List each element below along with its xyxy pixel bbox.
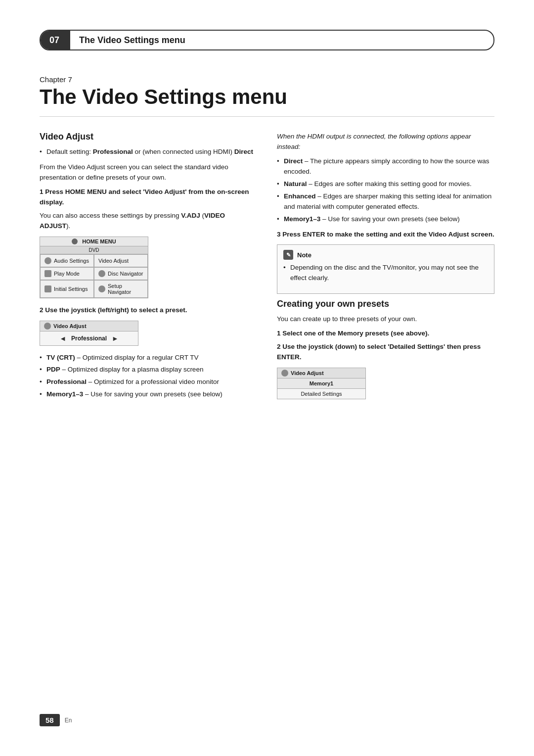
home-menu-mockup: HOME MENU DVD Audio Settings Video Adjus…	[40, 236, 148, 298]
natural-desc: – Edges are softer making this setting g…	[307, 180, 472, 188]
default-setting-list: Default setting: Professional or (when c…	[40, 147, 257, 157]
step1-note-text: You can also access these settings by pr…	[40, 212, 181, 219]
mem-row1: Memory1	[277, 378, 365, 389]
play-mode-label: Play Mode	[54, 271, 80, 277]
menu-logo-icon	[72, 238, 78, 244]
chapter-section: Chapter 7 The Video Settings menu	[40, 75, 494, 117]
chapter-label: Chapter 7	[40, 75, 494, 84]
menu-title-text: HOME MENU	[82, 238, 116, 244]
memory-desc: – Use for saving your own presets (see b…	[83, 390, 222, 398]
section-heading-video-adjust: Video Adjust	[40, 132, 257, 142]
page-footer: 58 En	[40, 714, 72, 726]
menu-cell-setup: Setup Navigator	[94, 280, 148, 298]
step2: 2 Use the joystick (left/right) to selec…	[40, 305, 257, 316]
note-bullet-list: Depending on the disc and the TV/monitor…	[283, 263, 488, 284]
va-body: ◄ Professional ►	[40, 331, 138, 345]
memory-mockup: Video Adjust Memory1 Detailed Settings	[277, 368, 366, 399]
menu-subtitle: DVD	[40, 246, 148, 254]
note-bullet-item: Depending on the disc and the TV/monitor…	[283, 263, 488, 284]
mem-title-text: Video Adjust	[291, 370, 324, 376]
va-left-arrow: ◄	[59, 334, 66, 342]
tv-crt-item: TV (CRT) – Optimized display for a regul…	[40, 353, 257, 363]
pdp-desc: – Optimized display for a plasma display…	[60, 366, 204, 373]
video-adjust-mockup: Video Adjust ◄ Professional ►	[40, 321, 138, 346]
creating-presets-description: You can create up to three presets of yo…	[277, 314, 494, 325]
direct-desc: – The picture appears simply according t…	[284, 157, 489, 175]
pdp-item: PDP – Optimized display for a plasma dis…	[40, 365, 257, 375]
video-adjust-description: From the Video Adjust screen you can sel…	[40, 162, 257, 183]
menu-cell-disc: Disc Navigator	[94, 267, 148, 280]
hdmi-note-italic: When the HDMI output is connected, the f…	[277, 132, 494, 152]
memory13-item: Memory1–3 – Use for saving your own pres…	[277, 214, 494, 225]
step1-paren-open: (	[200, 212, 204, 219]
note-icon: ✎	[283, 250, 293, 260]
step3-text: 3 Press ENTER to make the setting and ex…	[277, 231, 494, 238]
va-value-text: Professional	[71, 335, 107, 342]
menu-title-bar: HOME MENU	[40, 237, 148, 246]
header-bar: 07 The Video Settings menu	[40, 30, 494, 50]
menu-cell-video: Video Adjust	[94, 254, 148, 267]
menu-cell-initial: Initial Settings	[40, 280, 94, 298]
setting-direct: Direct	[234, 148, 253, 155]
tv-crt-label: TV (CRT)	[46, 354, 75, 361]
step1: 1 Press HOME MENU and select 'Video Adju…	[40, 187, 257, 208]
chapter-title: The Video Settings menu	[40, 86, 494, 117]
enhanced-item: Enhanced – Edges are sharper making this…	[277, 191, 494, 212]
initial-settings-label: Initial Settings	[54, 286, 88, 292]
audio-settings-icon	[44, 257, 51, 264]
page-language: En	[65, 717, 72, 724]
menu-cell-audio: Audio Settings	[40, 254, 94, 267]
professional-desc: – Optimized for a professional video mon…	[87, 378, 219, 385]
mem-title-bar: Video Adjust	[277, 368, 365, 378]
direct-label: Direct	[284, 157, 303, 165]
setup-navigator-label: Setup Navigator	[108, 283, 143, 295]
disc-navigator-label: Disc Navigator	[108, 271, 143, 277]
step2-text: 2 Use the joystick (left/right) to selec…	[40, 306, 187, 314]
step5: 2 Use the joystick (down) to select 'Det…	[277, 342, 494, 363]
natural-item: Natural – Edges are softer making this s…	[277, 179, 494, 189]
va-icon	[44, 323, 51, 330]
hdmi-options-list: Direct – The picture appears simply acco…	[277, 156, 494, 225]
setup-navigator-icon	[98, 285, 105, 292]
left-column: Video Adjust Default setting: Profession…	[40, 132, 257, 406]
step1-text: 1 Press HOME MENU and select 'Video Adju…	[40, 188, 249, 206]
note-label: Note	[297, 251, 312, 259]
pdp-label: PDP	[46, 366, 60, 373]
initial-settings-icon	[44, 285, 51, 292]
note-box: ✎ Note Depending on the disc and the TV/…	[277, 244, 494, 294]
step4: 1 Select one of the Memory presets (see …	[277, 329, 494, 339]
memory-item: Memory1–3 – Use for saving your own pres…	[40, 389, 257, 400]
enhanced-label: Enhanced	[284, 192, 316, 200]
audio-settings-label: Audio Settings	[54, 258, 89, 264]
default-setting-item: Default setting: Professional or (when c…	[40, 147, 257, 157]
memory-label: Memory1–3	[46, 390, 83, 398]
natural-label: Natural	[284, 180, 307, 188]
step1-paren-close: ).	[66, 222, 70, 230]
step5-text: 2 Use the joystick (down) to select 'Det…	[277, 343, 481, 361]
memory13-label: Memory1–3	[284, 215, 320, 223]
setting-professional: Professional	[93, 148, 133, 155]
menu-cell-play: Play Mode	[40, 267, 94, 280]
step1-note: You can also access these settings by pr…	[40, 211, 257, 232]
va-title-bar: Video Adjust	[40, 321, 138, 331]
note-header: ✎ Note	[283, 250, 488, 260]
section-heading-creating-presets: Creating your own presets	[277, 299, 494, 309]
page-number: 58	[40, 714, 60, 726]
disc-navigator-icon	[98, 270, 105, 277]
step3: 3 Press ENTER to make the setting and ex…	[277, 230, 494, 240]
preset-options-list: TV (CRT) – Optimized display for a regul…	[40, 353, 257, 400]
menu-grid: Audio Settings Video Adjust Play Mode Di…	[40, 254, 148, 298]
va-right-arrow: ►	[112, 334, 119, 342]
direct-item: Direct – The picture appears simply acco…	[277, 156, 494, 177]
professional-item: Professional – Optimized for a professio…	[40, 377, 257, 387]
tv-crt-desc: – Optimized display for a regular CRT TV	[75, 354, 199, 361]
step4-text: 1 Select one of the Memory presets (see …	[277, 330, 429, 337]
video-adjust-menu-label: Video Adjust	[98, 258, 129, 264]
right-column: When the HDMI output is connected, the f…	[277, 132, 494, 406]
mem-row2: Detailed Settings	[277, 389, 365, 399]
two-column-layout: Video Adjust Default setting: Profession…	[40, 132, 494, 406]
chapter-number-badge: 07	[41, 31, 70, 49]
header-title: The Video Settings menu	[70, 35, 185, 46]
mem-icon	[281, 370, 288, 377]
play-mode-icon	[44, 270, 51, 277]
